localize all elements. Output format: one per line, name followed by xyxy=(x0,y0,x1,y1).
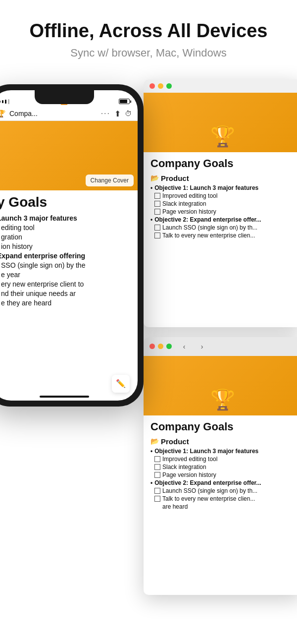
phone-home-indicator xyxy=(40,396,89,398)
phone-item3: ion history xyxy=(0,242,132,250)
share-button[interactable]: ⬆ xyxy=(114,109,121,118)
phone-item4: SSO (single sign on) by the xyxy=(0,261,132,269)
phone-mockup: 📶 🏆 Compa... ··· ⬆ ⏱ Change Cover y Goal… xyxy=(0,84,144,407)
checkbox-2[interactable] xyxy=(154,201,160,207)
phone-trophy-icon: 🏆 xyxy=(0,110,5,117)
checkbox-b2-5[interactable] xyxy=(154,496,160,502)
browser2-item3: Page version history xyxy=(150,471,295,478)
page-subtitle: Sync w/ browser, Mac, Windows xyxy=(10,47,287,59)
close-dot[interactable] xyxy=(149,83,155,89)
browser1-item3: Page version history xyxy=(150,208,295,215)
signal-bar-4 xyxy=(8,99,9,104)
phone-page-title: y Goals xyxy=(0,194,132,210)
phone-edit-button[interactable]: ✏️ xyxy=(112,375,130,393)
checkbox-b2-2[interactable] xyxy=(154,464,160,470)
browser2-item1: Improved editing tool xyxy=(150,456,295,463)
objective-2: Objective 2: Expand enterprise offer... xyxy=(150,216,295,223)
folder-icon-2: 📂 xyxy=(150,437,159,445)
browser-content-1: Company Goals 📂 Product Objective 1: Lau… xyxy=(144,152,297,245)
phone-item5: e year xyxy=(0,271,132,279)
browser-cover-1: 🏆 xyxy=(144,93,297,152)
signal-bar-3 xyxy=(5,100,6,104)
close-dot-2[interactable] xyxy=(149,344,155,349)
browser-window-2: ‹ › 🏆 Company Goals 📂 Product Objective … xyxy=(144,337,297,595)
more-button[interactable]: ··· xyxy=(101,109,110,118)
trophy-icon-1: 🏆 xyxy=(210,125,235,148)
checkbox-b2-3[interactable] xyxy=(154,472,160,478)
history-button[interactable]: ⏱ xyxy=(125,110,132,117)
browser1-item5: Talk to every new enterprise clien... xyxy=(150,232,295,239)
objective-1: Objective 1: Launch 3 major features xyxy=(150,184,295,191)
browser-window-1: 🏆 Company Goals 📂 Product Objective 1: L… xyxy=(144,79,297,327)
minimize-dot-2[interactable] xyxy=(158,344,163,349)
browser2-item5: Talk to every new enterprise clien... xyxy=(150,495,295,502)
phone-content: y Goals Launch 3 major features editing … xyxy=(0,190,138,312)
phone-item6: ery new enterprise client to xyxy=(0,280,132,288)
checkbox-5[interactable] xyxy=(154,233,160,238)
section-title-2: Product xyxy=(161,437,189,446)
browser2-item2: Slack integration xyxy=(150,464,295,470)
phone-obj2: Expand enterprise offering xyxy=(0,252,132,260)
section-header-2: 📂 Product xyxy=(150,437,295,446)
signal-bar-2 xyxy=(2,100,3,103)
signal-icons xyxy=(0,99,9,104)
browser-titlebar-2: ‹ › xyxy=(144,337,297,356)
browser-page-title-2: Company Goals xyxy=(150,420,295,433)
checkbox-4[interactable] xyxy=(154,225,160,231)
checkbox-b2-1[interactable] xyxy=(154,456,160,462)
browser2-item6: are heard xyxy=(150,503,295,510)
phone-inner: 📶 🏆 Compa... ··· ⬆ ⏱ Change Cover y Goal… xyxy=(0,90,138,401)
browser1-item1: Improved editing tool xyxy=(150,192,295,199)
battery-fill xyxy=(120,100,127,103)
minimize-dot[interactable] xyxy=(158,83,163,89)
signal-bar-1 xyxy=(0,101,0,103)
page-title: Offline, Across All Devices xyxy=(10,20,287,43)
browser2-item4: Launch SSO (single sign on) by th... xyxy=(150,487,295,494)
browser-titlebar-1 xyxy=(144,79,297,93)
header-section: Offline, Across All Devices Sync w/ brow… xyxy=(0,0,297,69)
phone-item7: nd their unique needs ar xyxy=(0,290,132,297)
checkbox-1[interactable] xyxy=(154,193,160,199)
browser-cover-2: 🏆 xyxy=(144,356,297,415)
checkbox-3[interactable] xyxy=(154,209,160,215)
phone-item2: gration xyxy=(0,233,132,241)
trophy-icon-2: 🏆 xyxy=(210,388,235,411)
back-button[interactable]: ‹ xyxy=(179,341,190,352)
folder-icon-1: 📂 xyxy=(150,174,159,182)
browser-content-2: Company Goals 📂 Product Objective 1: Lau… xyxy=(144,415,297,516)
phone-cover: Change Cover xyxy=(0,121,138,190)
phone-item1: editing tool xyxy=(0,224,132,232)
section-title-1: Product xyxy=(161,174,189,182)
browser2-obj1: Objective 1: Launch 3 major features xyxy=(150,448,295,455)
maximize-dot-2[interactable] xyxy=(166,344,172,349)
checkbox-b2-4[interactable] xyxy=(154,488,160,494)
phone-browser-bar: 🏆 Compa... ··· ⬆ ⏱ xyxy=(0,107,138,121)
phone-notch xyxy=(35,90,94,104)
browser1-item2: Slack integration xyxy=(150,200,295,207)
change-cover-button[interactable]: Change Cover xyxy=(86,175,134,186)
phone-browser-title: Compa... xyxy=(9,110,97,117)
phone-item8: e they are heard xyxy=(0,299,132,307)
battery-icon xyxy=(119,99,130,104)
browser2-obj2: Objective 2: Expand enterprise offer... xyxy=(150,479,295,486)
forward-button[interactable]: › xyxy=(197,341,207,352)
maximize-dot[interactable] xyxy=(166,83,172,89)
browser-page-title-1: Company Goals xyxy=(150,157,295,170)
phone-obj1: Launch 3 major features xyxy=(0,214,132,222)
devices-container: 🏆 Company Goals 📂 Product Objective 1: L… xyxy=(0,74,297,620)
section-header-1: 📂 Product xyxy=(150,174,295,182)
browser1-item4: Launch SSO (single sign on) by th... xyxy=(150,224,295,231)
